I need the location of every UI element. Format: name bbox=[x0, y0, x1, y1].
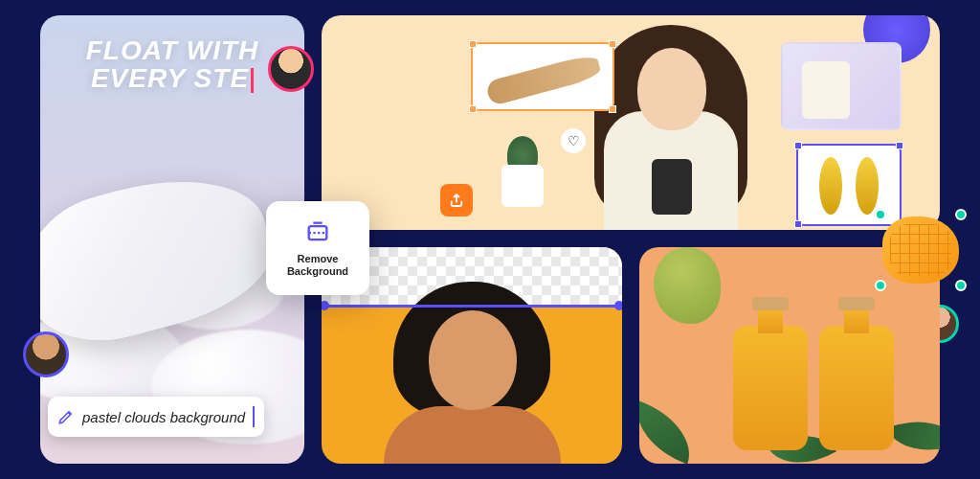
juice-bottle bbox=[733, 297, 808, 450]
juice-bottle bbox=[819, 297, 894, 450]
input-cursor bbox=[253, 406, 255, 427]
mango-slice-image bbox=[882, 217, 959, 284]
bg-removal-progress-line[interactable] bbox=[322, 305, 622, 308]
leaf-decor bbox=[639, 400, 702, 464]
ai-prompt-input[interactable]: pastel clouds background bbox=[48, 397, 264, 437]
resize-handle[interactable] bbox=[875, 280, 886, 291]
heart-icon: ♡ bbox=[568, 133, 580, 148]
candle-card[interactable] bbox=[781, 42, 902, 130]
collaborator-avatar-2[interactable] bbox=[23, 331, 69, 377]
remove-bg-icon bbox=[304, 218, 331, 245]
headline-line-1: FLOAT WITH bbox=[86, 35, 259, 65]
candle-image bbox=[802, 61, 850, 119]
text-cursor bbox=[251, 68, 254, 93]
portrait-subject bbox=[365, 282, 580, 464]
plant-card[interactable] bbox=[484, 130, 561, 207]
share-button[interactable] bbox=[440, 184, 473, 217]
remove-background-tool[interactable]: Remove Background bbox=[266, 201, 369, 295]
leaf-decor bbox=[887, 406, 940, 464]
mango-whole bbox=[654, 247, 721, 324]
share-icon bbox=[448, 192, 465, 209]
prompt-text: pastel clouds background bbox=[82, 409, 251, 425]
headline-line-2: EVERY STE bbox=[91, 63, 249, 93]
tool-label: Remove Background bbox=[266, 253, 369, 278]
magic-pen-icon bbox=[57, 408, 75, 425]
collaborator-avatar-1[interactable] bbox=[268, 46, 314, 92]
resize-handle[interactable] bbox=[955, 280, 967, 291]
mango-cutout-selection[interactable] bbox=[879, 213, 963, 287]
favorite-button[interactable]: ♡ bbox=[561, 128, 586, 153]
spoon-selection[interactable] bbox=[471, 42, 614, 111]
lifestyle-panel[interactable]: ♡ bbox=[322, 15, 940, 230]
poster-headline[interactable]: FLOAT WITH EVERY STE bbox=[40, 36, 304, 93]
resize-handle[interactable] bbox=[955, 209, 967, 220]
wooden-spoon-image bbox=[485, 53, 603, 106]
resize-handle[interactable] bbox=[875, 209, 886, 220]
